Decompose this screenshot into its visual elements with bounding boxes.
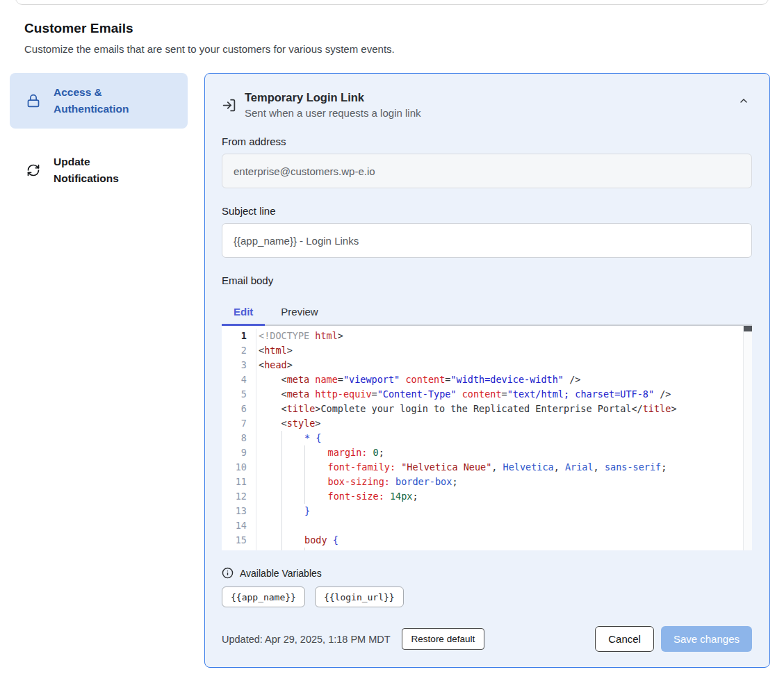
code-line[interactable]: 2<html> <box>222 343 752 358</box>
line-number: 4 <box>222 372 256 387</box>
code-line-text: font-size: 14px; <box>256 489 418 504</box>
indent-guide <box>281 533 305 548</box>
code-line-text: <style> <box>256 416 320 431</box>
page-subtitle: Customize the emails that are sent to yo… <box>24 43 760 55</box>
code-editor[interactable]: 1<!DOCTYPE html>2<html>3<head>4 <meta na… <box>222 325 752 550</box>
code-line[interactable]: 7 <style> <box>222 416 752 431</box>
template-footer: Updated: Apr 29, 2025, 1:18 PM MDT Resto… <box>222 626 752 652</box>
line-number: 2 <box>222 343 256 358</box>
code-line[interactable]: 6 <title>Complete your login to the Repl… <box>222 402 752 416</box>
code-line[interactable]: 4 <meta name="viewport" content="width=d… <box>222 372 752 387</box>
variable-chip-login-url[interactable]: {{login_url}} <box>315 586 404 607</box>
code-line[interactable]: 10 font-family: "Helvetica Neue", Helvet… <box>222 460 752 475</box>
line-number: 15 <box>222 533 256 548</box>
indent-guide <box>281 504 305 518</box>
code-line-text <box>256 518 282 533</box>
line-number: 7 <box>222 416 256 431</box>
email-body-tabs: EditPreview <box>222 298 752 325</box>
sidebar-item-label: Access & Authentication <box>54 84 158 117</box>
code-line[interactable]: 11 box-sizing: border-box; <box>222 475 752 489</box>
code-line[interactable]: 15 body { <box>222 533 752 548</box>
email-body-label: Email body <box>222 274 752 286</box>
code-line-text: * { <box>256 431 321 445</box>
page: Customer Emails Customize the emails tha… <box>0 0 784 681</box>
code-line[interactable]: 9 margin: 0; <box>222 445 752 460</box>
variable-chips: {{app_name}}{{login_url}} <box>222 586 752 607</box>
previous-card-edge <box>15 0 769 5</box>
line-number: 14 <box>222 518 256 533</box>
indent-guide <box>281 475 305 489</box>
code-line-text: } <box>256 504 310 518</box>
code-line[interactable]: 1<!DOCTYPE html> <box>222 329 752 343</box>
editor-scrollbar[interactable] <box>743 326 752 550</box>
updated-timestamp: Updated: Apr 29, 2025, 1:18 PM MDT <box>222 634 391 645</box>
line-number: 13 <box>222 504 256 518</box>
variable-chip-app-name[interactable]: {{app_name}} <box>222 586 305 607</box>
indent-guide <box>281 431 305 445</box>
chevron-up-icon <box>738 98 749 108</box>
from-address-input[interactable] <box>222 154 752 188</box>
code-line-text: body { <box>256 533 338 548</box>
code-editor-content: 1<!DOCTYPE html>2<html>3<head>4 <meta na… <box>222 326 752 550</box>
page-header: Customer Emails Customize the emails tha… <box>0 0 784 55</box>
sidebar-item-access-authentication[interactable]: Access & Authentication <box>10 73 188 129</box>
sidebar-item-update-notifications[interactable]: Update Notifications <box>10 142 188 198</box>
subject-line-input[interactable] <box>222 223 752 258</box>
page-title: Customer Emails <box>24 21 760 36</box>
indent-guide <box>281 460 305 475</box>
code-line-text: <!DOCTYPE html> <box>256 329 343 343</box>
lock-icon <box>26 94 40 108</box>
refresh-icon <box>26 163 40 177</box>
code-line-text: <html> <box>256 343 293 358</box>
code-line-text: <title>Complete your login to the Replic… <box>256 402 677 416</box>
code-line[interactable]: 12 font-size: 14px; <box>222 489 752 504</box>
content-row: Access & AuthenticationUpdate Notificati… <box>10 73 770 668</box>
email-template-card: Temporary Login Link Sent when a user re… <box>204 73 770 668</box>
collapse-section-button[interactable] <box>735 92 752 111</box>
editor-scrollbar-thumb[interactable] <box>744 326 752 331</box>
indent-guide <box>304 489 328 504</box>
code-line-text: <meta http-equiv="Content-Type" content=… <box>256 387 671 402</box>
sidebar-item-label: Update Notifications <box>54 154 158 187</box>
indent-guide <box>304 475 328 489</box>
indent-guide <box>281 548 305 550</box>
code-line[interactable]: 13 } <box>222 504 752 518</box>
from-address-label: From address <box>222 136 752 147</box>
code-line-text: box-sizing: border-box; <box>256 475 458 489</box>
line-number: 12 <box>222 489 256 504</box>
code-line[interactable]: 16 background-color: #ffffff; <box>222 548 752 550</box>
code-line-text: margin: 0; <box>256 445 384 460</box>
template-subtitle: Sent when a user requests a login link <box>245 107 735 119</box>
email-sections-nav: Access & AuthenticationUpdate Notificati… <box>10 73 188 198</box>
line-number: 10 <box>222 460 256 475</box>
line-number: 11 <box>222 475 256 489</box>
code-line[interactable]: 3<head> <box>222 358 752 372</box>
code-line[interactable]: 14 <box>222 518 752 533</box>
indent-guide <box>281 489 305 504</box>
save-changes-button[interactable]: Save changes <box>661 626 752 652</box>
indent-guide <box>281 518 282 533</box>
tab-edit[interactable]: Edit <box>222 298 265 325</box>
restore-default-button[interactable]: Restore default <box>402 628 485 650</box>
template-header-text: Temporary Login Link Sent when a user re… <box>245 91 735 119</box>
template-title: Temporary Login Link <box>245 91 735 104</box>
indent-guide <box>281 445 305 460</box>
template-header: Temporary Login Link Sent when a user re… <box>222 91 752 119</box>
info-icon <box>222 567 234 579</box>
indent-guide <box>304 460 328 475</box>
line-number: 5 <box>222 387 256 402</box>
subject-line-label: Subject line <box>222 205 752 217</box>
line-number: 8 <box>222 431 256 445</box>
line-number: 9 <box>222 445 256 460</box>
tab-preview[interactable]: Preview <box>269 298 329 325</box>
log-in-icon <box>222 98 236 113</box>
cancel-button[interactable]: Cancel <box>595 626 654 652</box>
available-variables-label: Available Variables <box>240 568 322 579</box>
code-line[interactable]: 5 <meta http-equiv="Content-Type" conten… <box>222 387 752 402</box>
indent-guide <box>304 445 328 460</box>
line-number: 6 <box>222 402 256 416</box>
code-line[interactable]: 8 * { <box>222 431 752 445</box>
line-number: 16 <box>222 548 256 550</box>
code-line-text: font-family: "Helvetica Neue", Helvetica… <box>256 460 667 475</box>
code-line-text: <head> <box>256 358 293 372</box>
